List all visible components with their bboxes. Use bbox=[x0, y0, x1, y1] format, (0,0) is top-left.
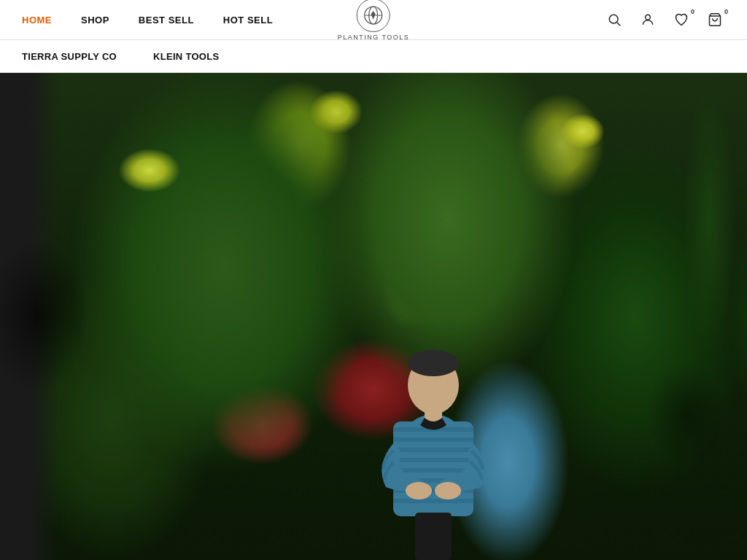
nav-tierra-supply[interactable]: TIERRA SUPPLY CO bbox=[22, 51, 117, 62]
nav-hot-sell[interactable]: HOT SELL bbox=[223, 15, 273, 26]
hero-section bbox=[0, 73, 747, 560]
svg-rect-16 bbox=[393, 499, 473, 503]
svg-rect-12 bbox=[393, 458, 473, 462]
header-icons: 0 0 bbox=[604, 9, 725, 30]
svg-point-18 bbox=[408, 350, 459, 376]
nav-links: HOME SHOP BEST SELL HOT SELL bbox=[22, 15, 273, 26]
account-button[interactable] bbox=[638, 9, 658, 30]
search-button[interactable] bbox=[604, 9, 624, 30]
user-icon bbox=[640, 12, 655, 27]
svg-point-3 bbox=[609, 15, 618, 23]
secondary-navigation: TIERRA SUPPLY CO KLEIN TOOLS bbox=[0, 40, 747, 73]
wishlist-count: 0 bbox=[691, 8, 694, 15]
svg-line-4 bbox=[617, 23, 621, 26]
nav-klein-tools[interactable]: KLEIN TOOLS bbox=[153, 51, 219, 62]
logo[interactable]: PLANTING TOOLS bbox=[338, 0, 410, 41]
nav-shop[interactable]: SHOP bbox=[81, 15, 109, 26]
svg-point-5 bbox=[646, 15, 651, 20]
search-icon bbox=[607, 12, 622, 27]
logo-icon bbox=[357, 0, 390, 32]
nav-best-sell[interactable]: BEST SELL bbox=[139, 15, 194, 26]
cart-count: 0 bbox=[724, 8, 728, 15]
svg-rect-11 bbox=[393, 448, 473, 452]
top-navigation: HOME SHOP BEST SELL HOT SELL PLANTING TO… bbox=[0, 0, 747, 40]
cart-button[interactable]: 0 bbox=[705, 9, 725, 30]
hero-person-figure bbox=[353, 305, 514, 560]
logo-text: PLANTING TOOLS bbox=[338, 34, 410, 41]
wishlist-button[interactable]: 0 bbox=[671, 9, 692, 30]
cart-icon bbox=[708, 12, 722, 27]
svg-point-21 bbox=[435, 482, 461, 499]
svg-rect-10 bbox=[393, 438, 473, 442]
svg-rect-13 bbox=[393, 468, 473, 472]
nav-home[interactable]: HOME bbox=[22, 15, 52, 26]
svg-point-20 bbox=[406, 482, 432, 499]
svg-rect-23 bbox=[430, 513, 452, 560]
heart-icon bbox=[674, 12, 689, 27]
